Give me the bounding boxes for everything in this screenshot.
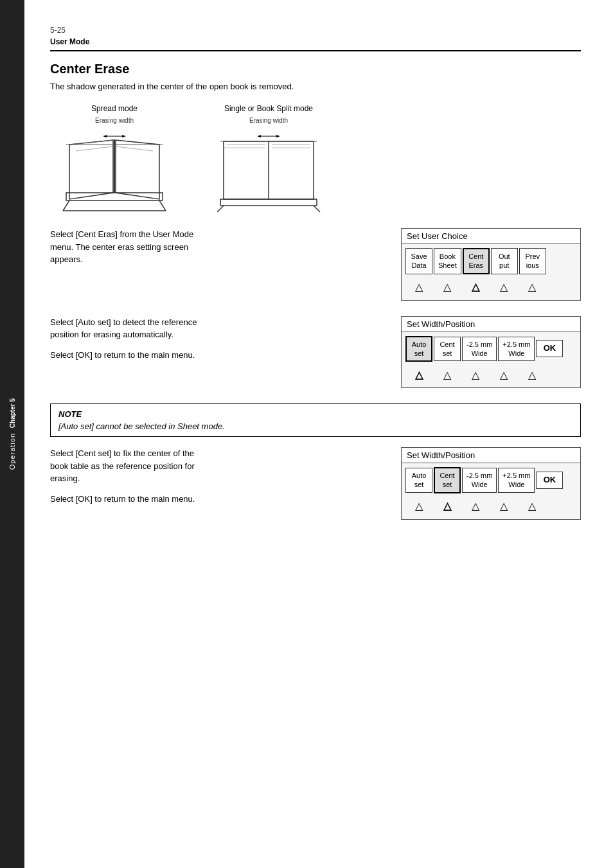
panel3-buttons: Autoset Centset -2.5 mmWide +2.5 mmWide … — [402, 463, 580, 496]
auto-set-btn-1[interactable]: Autoset — [405, 336, 432, 362]
minus-wide-btn-2[interactable]: -2.5 mmWide — [462, 468, 497, 493]
ok-btn-2[interactable]: OK — [536, 472, 563, 489]
svg-marker-18 — [276, 135, 280, 137]
single-mode-diagram — [204, 125, 333, 215]
panel3-title: Set Width/Position — [402, 448, 580, 463]
sidebar: Chapter 5 Operation — [0, 0, 24, 868]
svg-line-26 — [314, 206, 320, 212]
para5: Select [OK] to return to the main menu. — [50, 493, 382, 506]
spread-mode-diagram — [50, 125, 179, 215]
arrow1-3[interactable]: △ — [462, 278, 489, 296]
arrow3-4[interactable]: △ — [490, 497, 517, 515]
section-title: Center Erase — [50, 62, 581, 76]
para2: Select [Auto set] to detect the referenc… — [50, 316, 382, 341]
svg-line-12 — [69, 140, 113, 145]
svg-line-9 — [63, 200, 69, 211]
text-col-2: Select [Auto set] to detect the referenc… — [50, 316, 382, 362]
svg-line-10 — [159, 200, 166, 211]
set-user-choice-panel: Set User Choice SaveData BookSheet CentE… — [401, 228, 581, 301]
out-put-btn[interactable]: Output — [491, 248, 518, 274]
arrow2-3[interactable]: △ — [462, 366, 489, 384]
content-row-2: Select [Auto set] to detect the referenc… — [50, 316, 581, 389]
arrow1-1[interactable]: △ — [405, 278, 432, 296]
para3: Select [OK] to return to the main menu. — [50, 349, 382, 362]
spread-mode-label: Spread mode — [91, 104, 138, 113]
page-number: 5-25 — [50, 26, 581, 35]
plus-wide-btn-2[interactable]: +2.5 mmWide — [498, 468, 535, 493]
arrow2-4[interactable]: △ — [490, 366, 517, 384]
panel2-arrows: △ △ △ △ △ — [402, 364, 580, 387]
svg-rect-8 — [66, 193, 163, 200]
panel2-title: Set Width/Position — [402, 317, 580, 332]
erasing-width-left: Erasing width — [95, 117, 134, 124]
diagram-row: Spread mode Erasing width — [50, 104, 581, 215]
arrow1-2[interactable]: △ — [434, 278, 461, 296]
svg-rect-24 — [220, 199, 317, 206]
para1-line2: menu. The center eras setting screen — [50, 242, 188, 252]
note-title: NOTE — [58, 409, 573, 419]
svg-marker-1 — [103, 135, 107, 137]
cent-set-btn-1[interactable]: Centset — [434, 337, 461, 362]
main-content: 5-25 User Mode Center Erase The shadow g… — [24, 0, 613, 868]
panel3-arrows: △ △ △ △ △ — [402, 496, 580, 519]
arrow3-1[interactable]: △ — [405, 497, 432, 515]
arrow3-5[interactable]: △ — [519, 497, 546, 515]
arrow1-4[interactable]: △ — [490, 278, 517, 296]
panel2-buttons: Autoset Centset -2.5 mmWide +2.5 mmWide … — [402, 332, 580, 365]
minus-wide-btn-1[interactable]: -2.5 mmWide — [462, 337, 497, 362]
para1-line3: appears. — [50, 254, 83, 264]
svg-marker-4 — [69, 140, 113, 199]
cent-set-btn-2[interactable]: Centset — [434, 467, 461, 493]
sidebar-chapter: Chapter 5 — [9, 398, 16, 428]
arrow1-5[interactable]: △ — [519, 278, 546, 296]
svg-marker-16 — [257, 135, 261, 137]
section-label: User Mode — [50, 37, 581, 46]
svg-line-14 — [116, 146, 153, 151]
diagram-col-left: Spread mode Erasing width — [50, 104, 179, 215]
para5-line1: Select [OK] to return to the main menu. — [50, 494, 195, 504]
para4-line2: book table as the reference position for — [50, 461, 195, 471]
save-data-btn[interactable]: SaveData — [405, 248, 432, 274]
auto-set-btn-2[interactable]: Autoset — [405, 468, 432, 493]
set-width-panel-2: Set Width/Position Autoset Centset -2.5 … — [401, 447, 581, 520]
single-mode-label: Single or Book Split mode — [224, 104, 313, 113]
svg-line-13 — [76, 146, 112, 151]
panel1-arrows: △ △ △ △ △ — [402, 277, 580, 300]
arrow2-5[interactable]: △ — [519, 366, 546, 384]
panel1-title: Set User Choice — [402, 229, 580, 244]
ui-col-1: Set User Choice SaveData BookSheet CentE… — [401, 228, 581, 301]
plus-wide-btn-1[interactable]: +2.5 mmWide — [498, 337, 535, 362]
book-sheet-btn[interactable]: BookSheet — [434, 248, 461, 274]
text-col-1: Select [Cent Eras] from the User Mode me… — [50, 228, 382, 266]
text-col-3: Select [Cent set] to fix the center of t… — [50, 447, 382, 505]
arrow3-3[interactable]: △ — [462, 497, 489, 515]
para4-line3: erasing. — [50, 474, 80, 483]
note-text: [Auto set] cannot be selected in Sheet m… — [58, 421, 573, 431]
sidebar-operation: Operation — [8, 433, 16, 470]
arrow2-2[interactable]: △ — [434, 366, 461, 384]
panel1-buttons: SaveData BookSheet CentEras Output Previ… — [402, 244, 580, 277]
ok-btn-1[interactable]: OK — [536, 340, 563, 357]
arrow3-2[interactable]: △ — [434, 497, 461, 515]
svg-line-25 — [217, 206, 224, 212]
set-width-panel-1: Set Width/Position Autoset Centset -2.5 … — [401, 316, 581, 389]
para4: Select [Cent set] to fix the center of t… — [50, 447, 382, 485]
para2-line2: position for erasing automatically. — [50, 330, 173, 339]
section-desc: The shadow generated in the center of th… — [50, 82, 581, 91]
arrow2-1[interactable]: △ — [405, 366, 432, 384]
note-box: NOTE [Auto set] cannot be selected in Sh… — [50, 403, 581, 437]
erasing-width-right: Erasing width — [249, 117, 288, 124]
svg-marker-5 — [116, 140, 159, 199]
para3-line1: Select [OK] to return to the main menu. — [50, 350, 195, 360]
ui-col-2: Set Width/Position Autoset Centset -2.5 … — [401, 316, 581, 389]
diagram-col-right: Single or Book Split mode Erasing width — [204, 104, 333, 215]
previous-btn[interactable]: Previous — [519, 248, 546, 274]
para4-line1: Select [Cent set] to fix the center of t… — [50, 448, 194, 458]
content-row-1: Select [Cent Eras] from the User Mode me… — [50, 228, 581, 301]
section-divider — [50, 50, 581, 51]
ui-col-3: Set Width/Position Autoset Centset -2.5 … — [401, 447, 581, 520]
content-row-3: Select [Cent set] to fix the center of t… — [50, 447, 581, 520]
para1: Select [Cent Eras] from the User Mode me… — [50, 228, 382, 266]
para1-line1: Select [Cent Eras] from the User Mode — [50, 229, 193, 239]
cent-eras-btn[interactable]: CentEras — [463, 248, 490, 274]
